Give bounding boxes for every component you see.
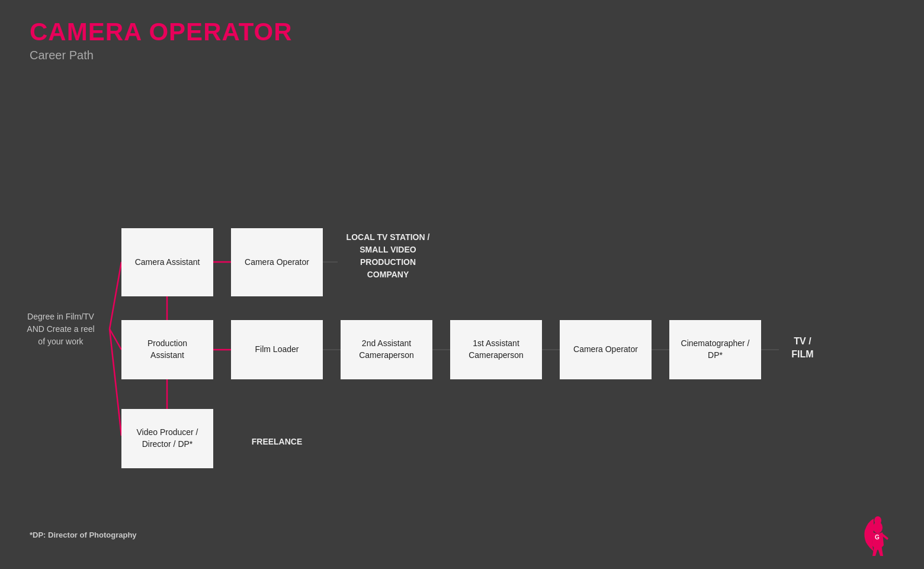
second-assistant-label: 2nd AssistantCameraperson bbox=[359, 338, 414, 361]
camera-operator-bottom-box: Camera Operator bbox=[560, 320, 652, 379]
local-tv-label: LOCAL TV STATION /SMALL VIDEOPRODUCTIONC… bbox=[338, 231, 438, 281]
svg-text:G: G bbox=[875, 534, 880, 541]
video-producer-label: Video Producer /Director / DP* bbox=[136, 427, 198, 450]
camera-operator-top-box: Camera Operator bbox=[231, 228, 323, 296]
film-loader-box: Film Loader bbox=[231, 320, 323, 379]
camera-assistant-box: Camera Assistant bbox=[121, 228, 213, 296]
camera-operator-bottom-label: Camera Operator bbox=[573, 344, 638, 356]
career-diagram: Degree in Film/TVAND Create a reelof you… bbox=[0, 95, 924, 510]
cinematographer-box: Cinematographer /DP* bbox=[669, 320, 761, 379]
freelance-label: FREELANCE bbox=[231, 436, 323, 448]
production-assistant-label: ProductionAssistant bbox=[147, 338, 187, 361]
first-assistant-label: 1st AssistantCameraperson bbox=[469, 338, 524, 361]
svg-point-14 bbox=[874, 516, 881, 525]
video-producer-box: Video Producer /Director / DP* bbox=[121, 409, 213, 468]
second-assistant-box: 2nd AssistantCameraperson bbox=[341, 320, 432, 379]
entry-box: Degree in Film/TVAND Create a reelof you… bbox=[9, 299, 113, 359]
header: CAMERA OPERATOR Career Path bbox=[30, 18, 293, 62]
tv-film-label: TV /FILM bbox=[779, 335, 826, 362]
camera-assistant-label: Camera Assistant bbox=[135, 257, 200, 268]
first-assistant-box: 1st AssistantCameraperson bbox=[450, 320, 542, 379]
page-title: CAMERA OPERATOR bbox=[30, 18, 293, 46]
entry-label: Degree in Film/TVAND Create a reelof you… bbox=[27, 311, 94, 348]
cinematographer-label: Cinematographer /DP* bbox=[681, 338, 750, 361]
logo: G bbox=[853, 510, 900, 557]
camera-operator-top-label: Camera Operator bbox=[245, 257, 309, 268]
page-subtitle: Career Path bbox=[30, 49, 293, 62]
footnote: *DP: Director of Photography bbox=[30, 530, 137, 539]
film-loader-label: Film Loader bbox=[255, 344, 299, 356]
production-assistant-box: ProductionAssistant bbox=[121, 320, 213, 379]
